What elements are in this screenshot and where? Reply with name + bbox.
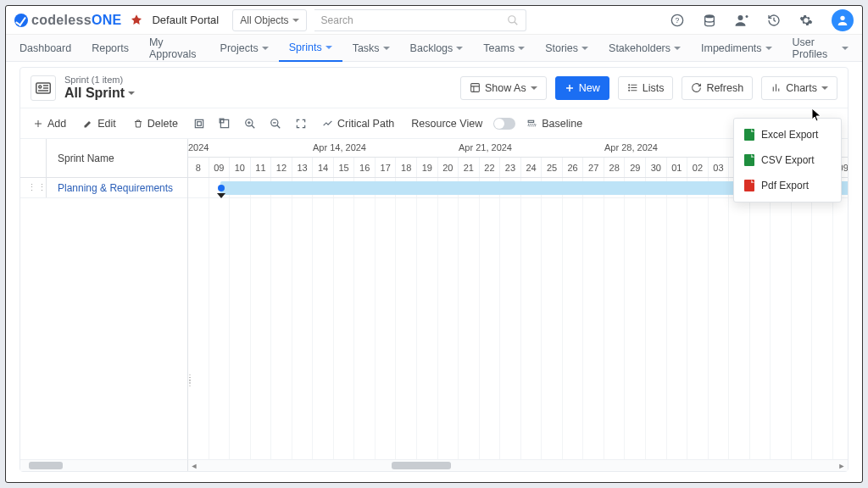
plus-icon xyxy=(33,119,43,129)
chevron-down-icon xyxy=(456,47,463,50)
zoom-in-button[interactable] xyxy=(240,112,260,136)
export-excel-item[interactable]: Excel Export xyxy=(734,122,841,147)
export-item-label: CSV Export xyxy=(761,154,815,166)
drag-handle-icon[interactable]: ⋮⋮ xyxy=(27,182,47,193)
zoom-in-icon xyxy=(244,118,256,130)
database-icon[interactable] xyxy=(702,13,717,28)
svg-rect-12 xyxy=(471,84,480,92)
portal-icon xyxy=(130,14,143,27)
chevron-down-icon xyxy=(674,47,681,50)
day-cell: 26 xyxy=(563,158,584,177)
object-select-label: All Objects xyxy=(240,14,288,26)
chevron-down-icon xyxy=(581,47,588,50)
left-scrollbar[interactable] xyxy=(20,459,188,471)
collapse-all-button[interactable] xyxy=(214,112,235,136)
day-cell: 10 xyxy=(230,158,251,177)
expand-icon xyxy=(193,118,205,130)
month-label: Apr 28, 2024 xyxy=(604,142,658,152)
critical-path-button[interactable]: Critical Path xyxy=(316,112,400,136)
refresh-button[interactable]: Refresh xyxy=(682,76,753,100)
object-select[interactable]: All Objects xyxy=(232,9,306,31)
nav-tab-my-approvals[interactable]: My Approvals xyxy=(139,35,210,62)
day-cell: 19 xyxy=(417,158,438,177)
portal-label[interactable]: Default Portal xyxy=(152,14,219,26)
history-icon[interactable] xyxy=(766,13,782,28)
zoom-out-button[interactable] xyxy=(265,112,286,136)
chevron-down-icon xyxy=(262,47,269,50)
user-avatar[interactable] xyxy=(832,9,854,31)
day-cell: 27 xyxy=(583,158,604,177)
delete-button[interactable]: Delete xyxy=(127,112,184,136)
nav-tab-user-profiles[interactable]: User Profiles xyxy=(782,35,859,62)
app-header: codelessONE Default Portal All Objects S… xyxy=(6,6,862,35)
timeline-scrollbar[interactable]: ◄ ► xyxy=(188,459,848,471)
svg-rect-40 xyxy=(528,125,536,126)
export-pdf-item[interactable]: Pdf Export xyxy=(734,173,841,198)
zoom-out-icon xyxy=(270,118,281,130)
help-icon[interactable]: ? xyxy=(670,13,685,28)
expand-all-button[interactable] xyxy=(189,112,209,136)
add-button[interactable]: Add xyxy=(27,112,72,136)
chevron-down-icon xyxy=(842,47,849,50)
day-cell: 03 xyxy=(709,158,730,177)
day-cell: 30 xyxy=(646,158,667,177)
search-input[interactable]: Search xyxy=(314,9,526,31)
zoom-fit-icon xyxy=(295,118,307,130)
gantt-left-pane: Sprint Name ⋮⋮Planning & Requirements ⋮⋮… xyxy=(20,139,188,459)
main-nav: DashboardReportsMy ApprovalsProjectsSpri… xyxy=(6,35,862,62)
nav-tab-sprints[interactable]: Sprints xyxy=(279,35,342,62)
day-cell: 29 xyxy=(625,158,646,177)
lists-button[interactable]: Lists xyxy=(618,76,674,100)
chevron-down-icon xyxy=(765,47,772,50)
edit-button[interactable]: Edit xyxy=(77,112,122,136)
month-label: Apr 14, 2024 xyxy=(313,142,366,152)
show-as-button[interactable]: Show As xyxy=(460,76,547,100)
app-logo[interactable]: codelessONE xyxy=(14,13,121,28)
search-icon xyxy=(507,14,519,26)
layout-icon xyxy=(470,82,481,93)
nav-tab-tasks[interactable]: Tasks xyxy=(342,35,400,62)
chevron-down-icon xyxy=(326,46,332,49)
nav-tab-impediments[interactable]: Impediments xyxy=(691,35,782,62)
charts-button[interactable]: Charts xyxy=(761,76,837,100)
user-add-icon[interactable] xyxy=(734,13,749,28)
gantt-left-row[interactable]: ⋮⋮Planning & Requirements xyxy=(20,178,187,198)
bar-start-handle[interactable] xyxy=(218,185,225,191)
month-label: 2024 xyxy=(188,142,209,152)
chevron-down-icon xyxy=(821,86,828,90)
day-cell: 09 xyxy=(209,158,231,177)
svg-rect-39 xyxy=(528,120,534,122)
nav-tab-teams[interactable]: Teams xyxy=(473,35,535,62)
svg-rect-28 xyxy=(195,119,203,127)
plus-icon xyxy=(565,83,575,93)
scroll-right-icon[interactable]: ► xyxy=(837,462,846,470)
page-title[interactable]: All Sprint xyxy=(64,86,135,101)
content-panel: Sprint (1 item) All Sprint Show As New L… xyxy=(19,67,849,472)
day-cell: 21 xyxy=(459,158,480,177)
zoom-fit-button[interactable] xyxy=(291,112,311,136)
nav-tab-stories[interactable]: Stories xyxy=(535,35,598,62)
logo-text-blue: ONE xyxy=(92,13,122,28)
csv-file-icon xyxy=(744,154,754,166)
export-csv-item[interactable]: CSV Export xyxy=(734,147,841,173)
chevron-down-icon xyxy=(518,47,525,50)
nav-tab-reports[interactable]: Reports xyxy=(81,35,139,62)
baseline-button[interactable]: Baseline xyxy=(520,112,588,136)
gantt-rows xyxy=(188,178,848,459)
new-button[interactable]: New xyxy=(555,76,609,100)
page-subtitle: Sprint (1 item) xyxy=(64,75,135,86)
scroll-left-icon[interactable]: ◄ xyxy=(190,462,198,470)
nav-tab-stakeholders[interactable]: Stakeholders xyxy=(598,35,691,62)
resource-view-switch[interactable] xyxy=(493,118,515,130)
chevron-down-icon xyxy=(531,86,537,90)
gantt-chart: Sprint Name ⋮⋮Planning & Requirements ⋮⋮… xyxy=(20,139,848,459)
settings-icon[interactable] xyxy=(798,13,814,28)
logo-text-gray: codeless xyxy=(31,13,92,28)
nav-tab-projects[interactable]: Projects xyxy=(210,35,279,62)
milestone-icon xyxy=(217,193,225,198)
resource-view-toggle[interactable]: Resource View xyxy=(405,112,488,136)
day-cell: 01 xyxy=(667,158,688,177)
svg-text:?: ? xyxy=(676,16,680,25)
nav-tab-backlogs[interactable]: Backlogs xyxy=(400,35,474,62)
nav-tab-dashboard[interactable]: Dashboard xyxy=(9,35,81,62)
